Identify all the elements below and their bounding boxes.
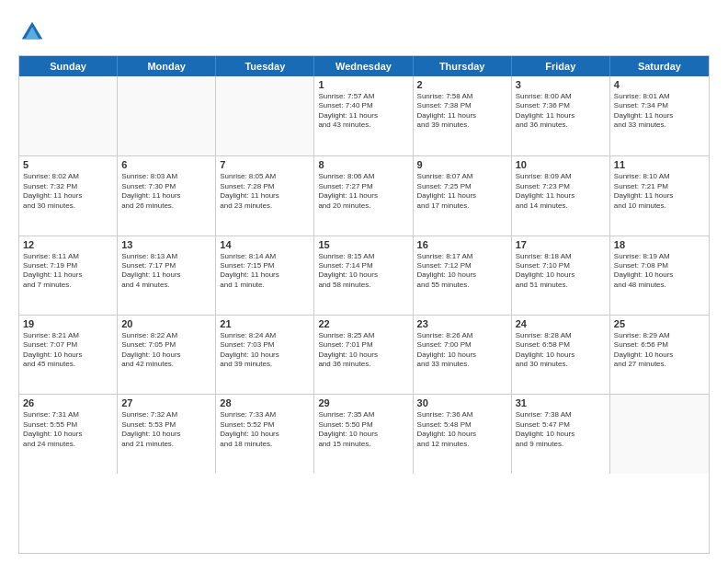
cell-info: Sunrise: 7:38 AMSunset: 5:47 PMDaylight:… [516, 410, 606, 449]
cell-info: Sunrise: 8:25 AMSunset: 7:01 PMDaylight:… [318, 331, 408, 370]
cal-cell: 22Sunrise: 8:25 AMSunset: 7:01 PMDayligh… [314, 316, 413, 394]
day-number: 27 [121, 397, 211, 408]
cal-cell: 2Sunrise: 7:58 AMSunset: 7:38 PMDaylight… [414, 76, 512, 155]
day-number: 30 [417, 397, 507, 408]
cell-info: Sunrise: 8:02 AMSunset: 7:32 PMDaylight:… [23, 172, 113, 211]
day-number: 26 [23, 397, 113, 408]
cell-info: Sunrise: 7:57 AMSunset: 7:40 PMDaylight:… [318, 92, 408, 131]
header-day-wednesday: Wednesday [314, 56, 413, 76]
day-number: 19 [23, 318, 113, 329]
day-number: 1 [318, 79, 408, 90]
calendar-header: SundayMondayTuesdayWednesdayThursdayFrid… [19, 56, 709, 76]
header-day-friday: Friday [512, 56, 610, 76]
cal-cell: 27Sunrise: 7:32 AMSunset: 5:53 PMDayligh… [118, 395, 216, 473]
cal-cell: 23Sunrise: 8:26 AMSunset: 7:00 PMDayligh… [414, 316, 512, 394]
cell-info: Sunrise: 7:32 AMSunset: 5:53 PMDaylight:… [121, 410, 211, 449]
cal-cell: 31Sunrise: 7:38 AMSunset: 5:47 PMDayligh… [512, 395, 610, 473]
cell-info: Sunrise: 7:31 AMSunset: 5:55 PMDaylight:… [23, 410, 113, 449]
cal-cell [118, 76, 216, 155]
cell-info: Sunrise: 7:36 AMSunset: 5:48 PMDaylight:… [417, 410, 507, 449]
cal-cell: 18Sunrise: 8:19 AMSunset: 7:08 PMDayligh… [610, 236, 709, 315]
cell-info: Sunrise: 7:33 AMSunset: 5:52 PMDaylight:… [220, 410, 310, 449]
day-number: 18 [614, 239, 705, 250]
cell-info: Sunrise: 8:09 AMSunset: 7:23 PMDaylight:… [516, 172, 606, 211]
calendar: SundayMondayTuesdayWednesdayThursdayFrid… [18, 55, 710, 554]
day-number: 3 [516, 79, 606, 90]
day-number: 29 [318, 397, 408, 408]
day-number: 8 [318, 159, 408, 170]
day-number: 11 [614, 159, 705, 170]
day-number: 13 [121, 239, 211, 250]
cal-cell: 5Sunrise: 8:02 AMSunset: 7:32 PMDaylight… [19, 156, 118, 235]
cal-cell: 7Sunrise: 8:05 AMSunset: 7:28 PMDaylight… [216, 156, 314, 235]
cell-info: Sunrise: 8:03 AMSunset: 7:30 PMDaylight:… [121, 172, 211, 211]
cal-cell: 19Sunrise: 8:21 AMSunset: 7:07 PMDayligh… [19, 316, 118, 394]
cell-info: Sunrise: 8:15 AMSunset: 7:14 PMDaylight:… [318, 252, 408, 291]
day-number: 28 [220, 397, 310, 408]
cal-cell: 13Sunrise: 8:13 AMSunset: 7:17 PMDayligh… [118, 236, 216, 315]
header [18, 18, 710, 46]
day-number: 16 [417, 239, 507, 250]
cell-info: Sunrise: 8:26 AMSunset: 7:00 PMDaylight:… [417, 331, 507, 370]
cal-cell: 10Sunrise: 8:09 AMSunset: 7:23 PMDayligh… [512, 156, 610, 235]
cell-info: Sunrise: 8:22 AMSunset: 7:05 PMDaylight:… [121, 331, 211, 370]
cell-info: Sunrise: 8:00 AMSunset: 7:36 PMDaylight:… [516, 92, 606, 131]
cal-cell: 30Sunrise: 7:36 AMSunset: 5:48 PMDayligh… [414, 395, 512, 473]
cell-info: Sunrise: 8:21 AMSunset: 7:07 PMDaylight:… [23, 331, 113, 370]
day-number: 10 [516, 159, 606, 170]
cell-info: Sunrise: 8:24 AMSunset: 7:03 PMDaylight:… [220, 331, 310, 370]
header-day-saturday: Saturday [610, 56, 709, 76]
day-number: 15 [318, 239, 408, 250]
cal-cell: 24Sunrise: 8:28 AMSunset: 6:58 PMDayligh… [512, 316, 610, 394]
cal-row-3: 19Sunrise: 8:21 AMSunset: 7:07 PMDayligh… [19, 315, 709, 394]
calendar-body: 1Sunrise: 7:57 AMSunset: 7:40 PMDaylight… [19, 76, 709, 553]
day-number: 9 [417, 159, 507, 170]
cell-info: Sunrise: 8:10 AMSunset: 7:21 PMDaylight:… [614, 172, 705, 211]
cell-info: Sunrise: 8:17 AMSunset: 7:12 PMDaylight:… [417, 252, 507, 291]
cal-cell: 14Sunrise: 8:14 AMSunset: 7:15 PMDayligh… [216, 236, 314, 315]
cell-info: Sunrise: 7:35 AMSunset: 5:50 PMDaylight:… [318, 410, 408, 449]
cal-cell: 12Sunrise: 8:11 AMSunset: 7:19 PMDayligh… [19, 236, 118, 315]
cell-info: Sunrise: 8:07 AMSunset: 7:25 PMDaylight:… [417, 172, 507, 211]
cal-cell [216, 76, 314, 155]
day-number: 25 [614, 318, 705, 329]
cal-cell: 16Sunrise: 8:17 AMSunset: 7:12 PMDayligh… [414, 236, 512, 315]
cell-info: Sunrise: 8:18 AMSunset: 7:10 PMDaylight:… [516, 252, 606, 291]
day-number: 24 [516, 318, 606, 329]
cal-row-4: 26Sunrise: 7:31 AMSunset: 5:55 PMDayligh… [19, 394, 709, 473]
day-number: 2 [417, 79, 507, 90]
day-number: 4 [614, 79, 705, 90]
cal-cell: 28Sunrise: 7:33 AMSunset: 5:52 PMDayligh… [216, 395, 314, 473]
logo [18, 18, 50, 46]
cal-cell: 25Sunrise: 8:29 AMSunset: 6:56 PMDayligh… [610, 316, 709, 394]
logo-icon [18, 18, 46, 46]
header-day-monday: Monday [118, 56, 216, 76]
cal-cell: 20Sunrise: 8:22 AMSunset: 7:05 PMDayligh… [118, 316, 216, 394]
cal-cell: 9Sunrise: 8:07 AMSunset: 7:25 PMDaylight… [414, 156, 512, 235]
header-day-thursday: Thursday [414, 56, 512, 76]
cal-cell: 17Sunrise: 8:18 AMSunset: 7:10 PMDayligh… [512, 236, 610, 315]
cal-cell: 26Sunrise: 7:31 AMSunset: 5:55 PMDayligh… [19, 395, 118, 473]
cal-cell: 15Sunrise: 8:15 AMSunset: 7:14 PMDayligh… [314, 236, 413, 315]
cell-info: Sunrise: 8:01 AMSunset: 7:34 PMDaylight:… [614, 92, 705, 131]
day-number: 14 [220, 239, 310, 250]
cal-row-0: 1Sunrise: 7:57 AMSunset: 7:40 PMDaylight… [19, 76, 709, 155]
day-number: 17 [516, 239, 606, 250]
cal-cell: 29Sunrise: 7:35 AMSunset: 5:50 PMDayligh… [314, 395, 413, 473]
day-number: 31 [516, 397, 606, 408]
day-number: 23 [417, 318, 507, 329]
header-day-sunday: Sunday [19, 56, 118, 76]
cell-info: Sunrise: 8:19 AMSunset: 7:08 PMDaylight:… [614, 252, 705, 291]
cal-cell: 11Sunrise: 8:10 AMSunset: 7:21 PMDayligh… [610, 156, 709, 235]
day-number: 6 [121, 159, 211, 170]
cell-info: Sunrise: 8:05 AMSunset: 7:28 PMDaylight:… [220, 172, 310, 211]
cal-cell: 3Sunrise: 8:00 AMSunset: 7:36 PMDaylight… [512, 76, 610, 155]
day-number: 5 [23, 159, 113, 170]
cal-cell: 6Sunrise: 8:03 AMSunset: 7:30 PMDaylight… [118, 156, 216, 235]
page: SundayMondayTuesdayWednesdayThursdayFrid… [0, 0, 728, 563]
day-number: 20 [121, 318, 211, 329]
header-day-tuesday: Tuesday [216, 56, 314, 76]
day-number: 21 [220, 318, 310, 329]
day-number: 22 [318, 318, 408, 329]
cell-info: Sunrise: 8:14 AMSunset: 7:15 PMDaylight:… [220, 252, 310, 291]
